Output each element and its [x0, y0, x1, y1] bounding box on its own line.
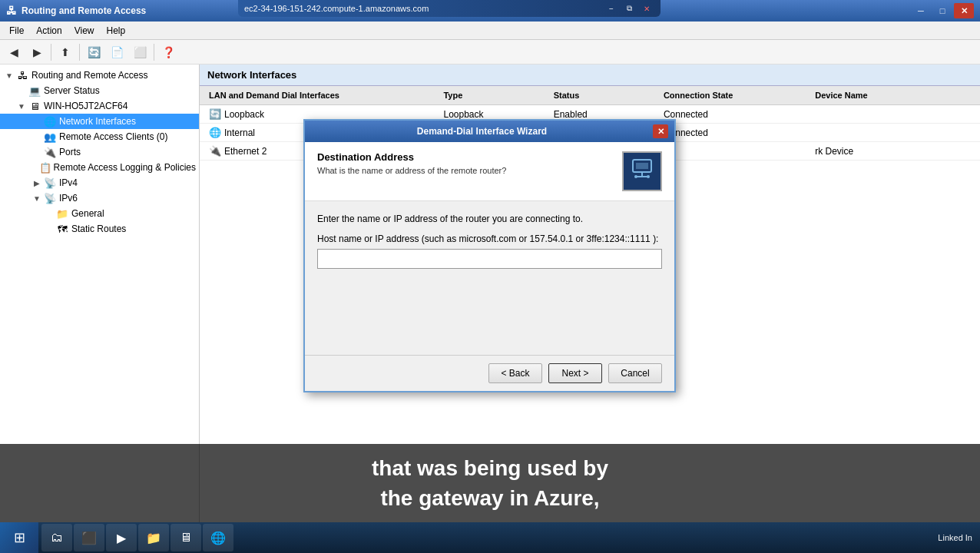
sidebar-item-server[interactable]: ▼ 🖥 WIN-HO5JT2ACF64: [0, 98, 199, 114]
dialog-title-bar: Demand-Dial Interface Wizard ✕: [305, 121, 674, 142]
app-icon: 🖧: [6, 5, 17, 17]
toolbar-sep1: [51, 44, 51, 61]
dialog-field-label: Host name or IP address (such as microso…: [317, 233, 662, 244]
toolbar: ◀ ▶ ⬆ 🔄 📄 ⬜ ❓: [0, 40, 980, 65]
dialog-icon-box: [622, 151, 662, 191]
ipv4-expand: ▶: [31, 177, 43, 189]
toolbar-sep2: [79, 44, 80, 61]
panel-header: Network Interfaces: [200, 65, 980, 86]
taskbar-cmd[interactable]: ▶: [106, 524, 137, 551]
minimize-btn[interactable]: ─: [911, 3, 931, 18]
demand-dial-dialog: Demand-Dial Interface Wizard ✕ Destinati…: [303, 119, 676, 392]
caption-line1: that was being used by: [31, 453, 949, 483]
next-button[interactable]: Next >: [548, 363, 602, 383]
table-header: LAN and Demand Dial Interfaces Type Stat…: [200, 86, 980, 105]
ethernet-icon: 🔌: [209, 145, 221, 157]
maximize-btn[interactable]: □: [932, 3, 952, 18]
server-node-expand: ▼: [15, 100, 28, 112]
sidebar-item-ports[interactable]: 🔌 Ports: [0, 144, 199, 160]
dialog-section-subtitle: What is the name or address of the remot…: [317, 166, 613, 175]
ni-icon: 🌐: [43, 115, 57, 127]
sidebar-item-ipv6[interactable]: ▼ 📡 IPv6: [0, 190, 199, 206]
menu-bar: File Action View Help: [0, 22, 980, 40]
rdp-close[interactable]: ✕: [639, 2, 654, 15]
gen-expand: [43, 207, 55, 220]
sidebar-item-ipv4[interactable]: ▶ 📡 IPv4: [0, 175, 199, 190]
cell-internal-connection: Connected: [661, 127, 812, 139]
ni-label: Network Interfaces: [59, 116, 136, 127]
taskbar-icons: 🗂 ⬛ ▶ 📁 🖥 🌐: [38, 524, 237, 551]
sidebar-item-routing[interactable]: ▼ 🖧 Routing and Remote Access: [0, 68, 199, 83]
dialog-header-text: Destination Address What is the name or …: [317, 151, 613, 175]
dialog-network-icon: [628, 155, 656, 188]
menu-view[interactable]: View: [68, 24, 101, 38]
cell-internal-device: [812, 132, 974, 134]
back-button[interactable]: < Back: [488, 363, 542, 383]
sr-expand: [43, 223, 55, 235]
cancel-button[interactable]: Cancel: [608, 363, 662, 383]
dialog-close-btn[interactable]: ✕: [653, 124, 668, 138]
sr-icon: 🗺: [55, 223, 69, 235]
menu-help[interactable]: Help: [101, 24, 132, 38]
menu-file[interactable]: File: [3, 24, 30, 38]
svg-point-5: [647, 175, 650, 178]
col-connection: Connection State: [661, 89, 812, 101]
dialog-body: Enter the name or IP address of the rout…: [305, 201, 674, 355]
ipv6-icon: 📡: [43, 192, 57, 204]
view-btn[interactable]: ⬜: [129, 42, 151, 62]
linkedin-label: Linked In: [938, 533, 972, 542]
forward-btn[interactable]: ▶: [26, 42, 48, 62]
start-button[interactable]: ⊞: [0, 522, 38, 553]
cell-loopback-connection: Connected: [661, 108, 812, 121]
server-expand: [15, 84, 28, 97]
taskbar-folder[interactable]: 📁: [138, 524, 169, 551]
refresh-btn[interactable]: 🔄: [83, 42, 104, 62]
back-btn[interactable]: ◀: [3, 42, 25, 62]
lp-expand: [31, 161, 39, 174]
dialog-footer: < Back Next > Cancel: [305, 355, 674, 391]
taskbar-computer[interactable]: 🖥: [171, 524, 201, 551]
taskbar-terminal[interactable]: ⬛: [74, 524, 104, 551]
sidebar-item-remote-access-clients[interactable]: 👥 Remote Access Clients (0): [0, 129, 199, 144]
sidebar-item-general[interactable]: 📁 General: [0, 206, 199, 221]
caption-line2: the gateway in Azure,: [31, 483, 949, 513]
taskbar-explorer[interactable]: 🗂: [41, 524, 72, 551]
gen-label: General: [71, 208, 104, 219]
rdp-bar: ec2-34-196-151-242.compute-1.amazonaws.c…: [238, 0, 661, 17]
loopback-icon: 🔄: [209, 108, 221, 120]
routing-label: Routing and Remote Access: [31, 70, 147, 81]
rdp-title: ec2-34-196-151-242.compute-1.amazonaws.c…: [244, 4, 429, 13]
menu-action[interactable]: Action: [30, 24, 68, 38]
sr-label: Static Routes: [71, 224, 126, 234]
sidebar-item-network-interfaces[interactable]: 🌐 Network Interfaces: [0, 114, 199, 129]
dialog-description: Enter the name or IP address of the rout…: [317, 214, 662, 224]
taskbar: ⊞ 🗂 ⬛ ▶ 📁 🖥 🌐 Linked In: [0, 522, 980, 553]
sidebar-item-logging-policies[interactable]: 📋 Remote Access Logging & Policies: [0, 160, 199, 175]
up-btn[interactable]: ⬆: [55, 42, 76, 62]
rdp-restore[interactable]: ⧉: [621, 2, 637, 15]
rac-expand: [31, 131, 43, 143]
expand-icon: ▼: [3, 69, 15, 81]
sidebar-item-server-status[interactable]: 💻 Server Status: [0, 83, 199, 98]
ipv4-label: IPv4: [59, 177, 78, 188]
ports-expand: [31, 146, 43, 158]
dialog-header-section: Destination Address What is the name or …: [305, 142, 674, 201]
lp-label: Remote Access Logging & Policies: [54, 162, 196, 173]
rdp-minimize[interactable]: −: [604, 2, 619, 15]
dialog-content: Destination Address What is the name or …: [305, 142, 674, 391]
help-btn[interactable]: ❓: [157, 42, 179, 62]
ipv6-label: IPv6: [59, 193, 78, 204]
toolbar-sep3: [154, 44, 154, 61]
col-device: Device Name: [812, 89, 974, 101]
dialog-title: Demand-Dial Interface Wizard: [311, 126, 653, 137]
sidebar-item-static-routes[interactable]: 🗺 Static Routes: [0, 221, 199, 237]
ipv4-icon: 📡: [43, 177, 57, 189]
cell-ethernet-connection: [661, 151, 812, 152]
server-node-icon: 🖥: [28, 100, 41, 112]
ports-icon: 🔌: [43, 146, 57, 158]
svg-point-4: [634, 175, 637, 178]
export-btn[interactable]: 📄: [106, 42, 127, 62]
host-address-input[interactable]: [317, 249, 662, 269]
taskbar-network[interactable]: 🌐: [203, 524, 233, 551]
close-btn[interactable]: ✕: [954, 3, 974, 18]
